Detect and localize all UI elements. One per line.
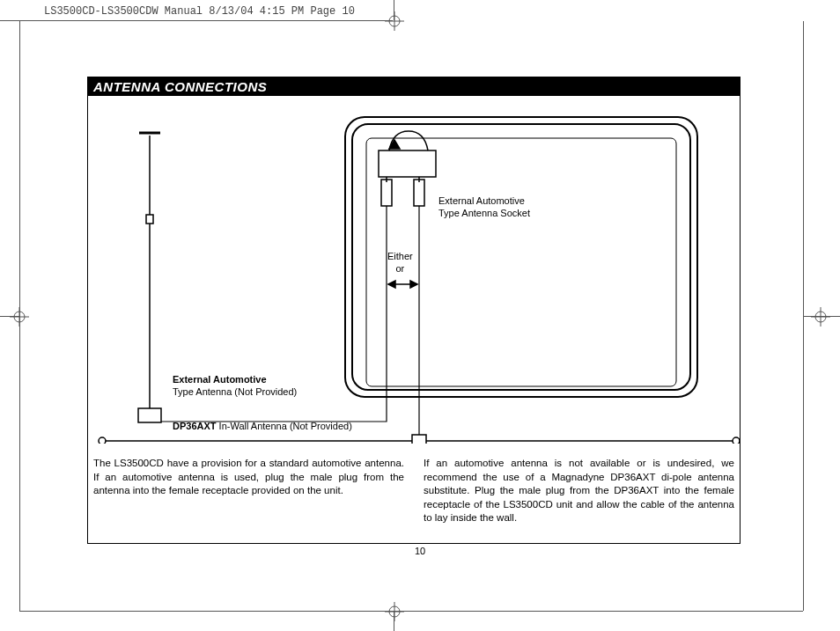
body-col-right: If an automotive antenna is not availabl… bbox=[424, 457, 734, 525]
label-dp-title: DP36AXT bbox=[173, 421, 217, 431]
registration-mark-icon bbox=[811, 307, 830, 327]
svg-rect-18 bbox=[414, 180, 424, 206]
label-ext-auto-title: External Automotive bbox=[173, 374, 267, 385]
label-ext-auto: External Automotive Type Antenna (Not Pr… bbox=[173, 374, 297, 399]
label-socket: External Automotive Type Antenna Socket bbox=[438, 195, 530, 220]
page-number: 10 bbox=[0, 546, 840, 556]
svg-rect-25 bbox=[146, 215, 153, 224]
section-title: ANTENNA CONNECTIONS bbox=[88, 77, 740, 96]
content-frame: ANTENNA CONNECTIONS bbox=[87, 77, 741, 544]
svg-rect-16 bbox=[381, 180, 392, 206]
svg-rect-15 bbox=[379, 150, 436, 177]
print-header: LS3500CD-LS3500CDW Manual 8/13/04 4:15 P… bbox=[44, 5, 355, 18]
svg-marker-21 bbox=[388, 281, 395, 288]
label-ext-auto-sub: Type Antenna (Not Provided) bbox=[173, 386, 297, 397]
svg-rect-28 bbox=[412, 435, 426, 444]
crop-line bbox=[0, 20, 393, 21]
content-body: External Automotive Type Antenna Socket … bbox=[88, 96, 740, 543]
label-dp36axt: DP36AXT In-Wall Antenna (Not Provided) bbox=[173, 421, 352, 433]
svg-marker-22 bbox=[410, 281, 417, 288]
body-columns: The LS3500CD have a provision for a stan… bbox=[93, 457, 734, 525]
crop-line bbox=[19, 611, 803, 612]
svg-point-32 bbox=[733, 437, 740, 444]
body-col-left: The LS3500CD have a provision for a stan… bbox=[93, 457, 404, 525]
label-either-or: Either or bbox=[387, 251, 413, 275]
manual-page: LS3500CD-LS3500CDW Manual 8/13/04 4:15 P… bbox=[0, 0, 840, 631]
label-dp-sub: In-Wall Antenna (Not Provided) bbox=[217, 421, 352, 431]
svg-rect-23 bbox=[138, 408, 161, 422]
registration-mark-icon bbox=[385, 11, 404, 31]
svg-point-30 bbox=[99, 437, 106, 444]
registration-mark-icon bbox=[10, 307, 29, 327]
registration-mark-icon bbox=[385, 602, 404, 621]
svg-rect-14 bbox=[366, 138, 676, 386]
